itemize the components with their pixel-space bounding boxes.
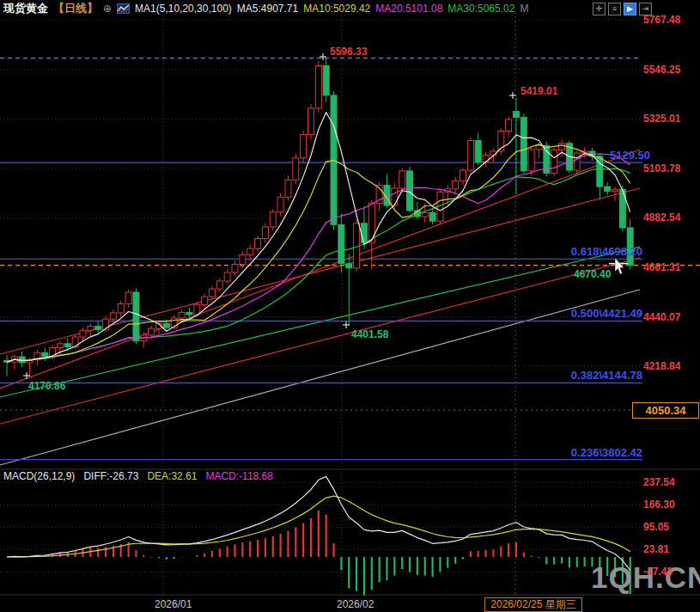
fib-level-label: 0.236\3802.42 (0, 446, 642, 459)
price-axis-label: 5325.01 (643, 113, 680, 125)
macd-axis-label: 95.05 (643, 521, 669, 533)
indicator-panel-icon[interactable]: ≡ (608, 3, 621, 15)
macd-axis-label: 23.81 (643, 543, 669, 555)
current-date-badge: 2026/02/25 星期三 (484, 597, 582, 612)
chart-header: 现货黄金 【日线】 ⊕ MA1(5,10,20,30,100) MA5:4907… (3, 1, 528, 16)
price-alert-badge: 4050.34 (632, 402, 699, 419)
period-label: 【日线】 (53, 1, 98, 16)
price-axis-label: 4661.31 (643, 261, 680, 273)
ma5-value: MA5:4907.71 (237, 3, 298, 15)
macd-axis-label: 237.54 (643, 476, 675, 488)
symbol-name: 现货黄金 (3, 1, 48, 16)
price-axis-label: 5103.78 (643, 162, 680, 174)
price-axis-label: 5767.48 (643, 14, 680, 26)
macd-dea-value: DEA:32.61 (147, 470, 197, 482)
x-axis-label-month1: 2026/01 (155, 598, 192, 610)
fib-level-label: 0.382\4144.78 (0, 369, 642, 382)
macd-value: MACD:-118.68 (205, 470, 272, 482)
x-axis-label-month2: 2026/02 (337, 598, 374, 610)
ma-settings-label: MA1(5,10,20,30,100) (135, 3, 232, 15)
macd-settings-label: MACD(26,12,9) (3, 470, 75, 482)
fib-level-label: 0.618\4698.20 (0, 245, 642, 258)
ma20-value: MA20:5101.08 (375, 3, 442, 15)
ma10-value: MA10:5029.42 (303, 3, 370, 15)
resistance-line-label: 5129.50 (0, 149, 650, 162)
price-axis-label: 4440.07 (643, 311, 680, 323)
play-icon[interactable]: ▶ (624, 3, 636, 15)
chart-canvas[interactable] (0, 0, 700, 612)
trading-app: 现货黄金 【日线】 ⊕ MA1(5,10,20,30,100) MA5:4907… (0, 0, 700, 612)
swing-high-label: 5596.33 (330, 46, 367, 58)
swing-low-label: 4170.86 (28, 380, 65, 392)
m-toggle-label[interactable]: M (520, 3, 528, 15)
swing-low-label: 4670.40 (574, 268, 611, 280)
price-axis-label: 4218.84 (643, 360, 680, 372)
macd-axis-label: -47.43 (643, 566, 673, 578)
macd-axis-label: 166.30 (643, 499, 675, 511)
expand-icon[interactable]: ⊕ (103, 3, 112, 15)
swing-high-label: 5419.01 (520, 85, 557, 97)
price-axis-label: 4882.54 (643, 211, 680, 223)
exit-icon[interactable]: ⇥ (639, 3, 652, 15)
ma30-value: MA30:5065.02 (447, 3, 514, 15)
swing-low-label: 4401.58 (351, 328, 388, 340)
chart-toolbar: ✛≡▶⇥ (593, 3, 652, 15)
mini-chart-icon (117, 3, 130, 14)
crosshair-icon[interactable]: ✛ (593, 3, 606, 15)
fib-level-label: 0.500\4421.49 (0, 307, 642, 320)
price-axis-label: 5546.25 (643, 64, 680, 76)
macd-header: MACD(26,12,9) DIFF:-26.73 DEA:32.61 MACD… (3, 470, 273, 482)
macd-diff-value: DIFF:-26.73 (83, 470, 138, 482)
